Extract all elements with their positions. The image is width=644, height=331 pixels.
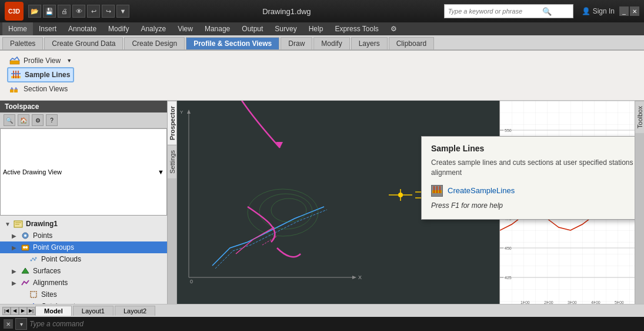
svg-text:X: X (358, 274, 362, 280)
tab-modify[interactable]: Modify (313, 37, 349, 49)
search-input[interactable] (448, 8, 542, 15)
alignments-icon (20, 278, 31, 287)
svg-point-14 (25, 246, 28, 249)
tree-item-catchments[interactable]: ▶ Catchments (0, 300, 167, 304)
person-icon: 👤 (582, 7, 590, 15)
canvas-area[interactable]: 0 Y X (177, 101, 635, 304)
section-views-item[interactable]: Section Views (7, 82, 74, 95)
sample-lines-icon (11, 69, 21, 80)
tab-nav-next[interactable]: ▶ (19, 307, 27, 315)
menu-home[interactable]: Home (2, 22, 33, 35)
menu-output[interactable]: Output (236, 22, 269, 35)
toolspace-home-btn[interactable]: 🏠 (18, 114, 29, 126)
tree-item-alignments[interactable]: ▶ Alignments (0, 277, 167, 289)
svg-point-18 (35, 257, 37, 259)
tab-layout1[interactable]: Layout1 (73, 306, 114, 316)
surfaces-icon (20, 266, 31, 276)
points-icon (20, 231, 31, 240)
menu-manage[interactable]: Manage (199, 22, 236, 35)
view-selector-arrow: ▼ (158, 168, 164, 176)
menu-settings[interactable]: ⚙ (385, 22, 403, 35)
menu-annotate[interactable]: Annotate (62, 22, 102, 35)
tab-profile-section-views[interactable]: Profile & Section Views (186, 37, 279, 49)
tree-point-clouds-label: Point Clouds (41, 255, 81, 263)
command-line: ✕ ▾ (0, 317, 644, 331)
minimize-button[interactable]: _ (619, 6, 629, 16)
plot-button[interactable]: 🖨 (58, 5, 71, 18)
command-input[interactable] (29, 320, 640, 328)
window-controls: _ ✕ (619, 6, 639, 16)
tree-item-surfaces[interactable]: ▶ Surfaces (0, 265, 167, 277)
cmd-close-button[interactable]: ✕ (4, 319, 13, 329)
tab-nav-prev[interactable]: ◀ (11, 307, 19, 315)
tree-item-point-clouds[interactable]: ▶ Point Clouds (0, 253, 167, 265)
search-icon[interactable]: 🔍 (542, 7, 552, 16)
undo-button[interactable]: ↩ (87, 5, 100, 18)
save-button[interactable]: 💾 (43, 5, 56, 18)
redo-button[interactable]: ↪ (102, 5, 115, 18)
surfaces-expander: ▶ (12, 268, 20, 274)
title-bar: C3D 📂 💾 🖨 👁 ↩ ↪ ▼ Drawing1.dwg 🔍 👤 Sign … (0, 0, 644, 22)
tree-item-points[interactable]: ▶ Points (0, 230, 167, 241)
title-bar-tools: 📂 💾 🖨 👁 ↩ ↪ ▼ (28, 5, 129, 18)
svg-point-17 (34, 259, 36, 261)
cmd-arrow-button[interactable]: ▾ (15, 318, 27, 330)
toolspace-settings-btn[interactable]: ⚙ (32, 114, 44, 126)
tab-create-ground-data[interactable]: Create Ground Data (44, 37, 123, 49)
svg-text:3+00: 3+00 (568, 300, 577, 304)
tab-settings[interactable]: Settings (168, 145, 176, 178)
sample-lines-label: Sample Lines (25, 71, 70, 79)
tree-item-point-groups[interactable]: ▶ Point Groups (0, 241, 167, 253)
toolspace-search-btn[interactable]: 🔍 (4, 114, 15, 126)
popup-command: CreateSampleLines (431, 185, 635, 197)
toolspace-toolbar: 🔍 🏠 ⚙ ? (0, 112, 167, 128)
ribbon-tabs: Palettes Create Ground Data Create Desig… (0, 35, 644, 51)
menu-help[interactable]: Help (303, 22, 329, 35)
side-tabs-left: Prospector Settings (168, 101, 177, 304)
popup-command-link[interactable]: CreateSampleLines (448, 186, 515, 195)
menu-survey[interactable]: Survey (269, 22, 302, 35)
sample-lines-item[interactable]: Sample Lines (7, 67, 74, 82)
menu-insert[interactable]: Insert (33, 22, 62, 35)
tab-layout2[interactable]: Layout2 (115, 306, 155, 316)
toolspace-header: Toolspace (0, 101, 167, 112)
svg-rect-12 (22, 245, 29, 250)
ribbon-content: Profile View ▼ Sample Lines (0, 51, 644, 101)
menu-modify[interactable]: Modify (102, 22, 135, 35)
toolspace-help-btn[interactable]: ? (46, 114, 58, 126)
tree-root-label: Drawing1 (26, 220, 58, 228)
tab-nav-start[interactable]: |◀ (2, 307, 11, 315)
svg-text:4+00: 4+00 (591, 300, 600, 304)
tree-catchments-label: Catchments (41, 302, 79, 304)
toolspace-title: Toolspace (5, 102, 39, 111)
tab-prospector[interactable]: Prospector (168, 101, 176, 145)
tree-root-drawing1[interactable]: ▼ Drawing1 (0, 218, 167, 230)
tab-layers[interactable]: Layers (351, 37, 388, 49)
profile-view-item[interactable]: Profile View ▼ (7, 54, 74, 67)
more-button[interactable]: ▼ (116, 5, 129, 18)
toolspace: Toolspace 🔍 🏠 ⚙ ? Active Drawing View ▼ … (0, 101, 168, 304)
tab-create-design[interactable]: Create Design (124, 37, 185, 49)
tab-clipboard[interactable]: Clipboard (389, 37, 434, 49)
menu-express-tools[interactable]: Express Tools (329, 22, 384, 35)
svg-rect-7 (14, 221, 22, 227)
print-preview-button[interactable]: 👁 (72, 5, 85, 18)
svg-text:425: 425 (505, 276, 512, 280)
tree-item-sites[interactable]: ▶ Sites (0, 289, 167, 300)
catchments-icon (28, 302, 39, 304)
tab-draw[interactable]: Draw (281, 37, 312, 49)
svg-point-15 (31, 260, 32, 262)
profile-view-label: Profile View (24, 57, 61, 65)
menu-view[interactable]: View (172, 22, 199, 35)
svg-rect-6 (14, 90, 18, 92)
open-button[interactable]: 📂 (28, 5, 41, 18)
sign-in-button[interactable]: 👤 Sign In (582, 7, 615, 15)
close-app-button[interactable]: ✕ (630, 6, 639, 16)
view-selector[interactable]: Active Drawing View ▼ (0, 128, 167, 216)
tab-model[interactable]: Model (35, 306, 72, 316)
tab-toolbox[interactable]: Toolbox (635, 101, 644, 133)
menu-analyze[interactable]: Analyze (135, 22, 172, 35)
tab-palettes[interactable]: Palettes (2, 37, 43, 49)
drawing-icon (13, 219, 24, 229)
tab-nav-end[interactable]: ▶| (27, 307, 35, 315)
